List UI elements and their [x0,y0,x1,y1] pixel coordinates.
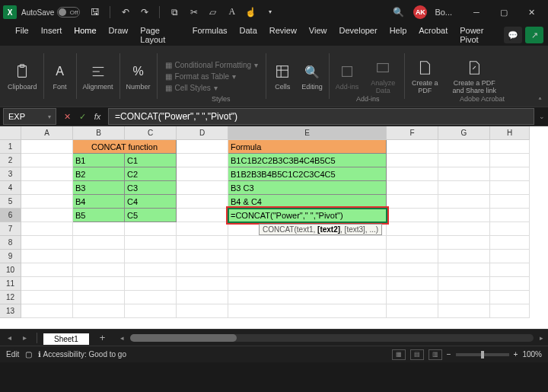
zoom-level[interactable]: 100% [522,350,542,359]
row-header-1[interactable]: 1 [0,140,21,154]
scroll-thumb[interactable] [130,334,237,342]
create-pdf-button[interactable]: Create a PDF [408,56,441,96]
insert-cells-icon[interactable] [272,62,292,81]
row-header-9[interactable]: 9 [0,250,21,263]
cell-G8[interactable] [438,236,490,250]
cell-C2[interactable]: C1 [125,154,177,167]
menu-review[interactable]: Review [263,22,303,48]
cell-D4[interactable] [177,181,228,195]
cell-E3[interactable]: B1B2B3B4B5C1C2C3C4C5 [228,167,387,181]
editing-group[interactable]: 🔍 Editing [298,60,326,92]
cell-F12[interactable] [387,291,438,304]
cell-E12[interactable] [228,291,387,304]
percent-icon[interactable]: % [129,62,148,81]
find-icon[interactable]: 🔍 [302,62,322,81]
cell-G11[interactable] [438,277,490,291]
cell-B9[interactable] [73,250,125,263]
zoom-in-button[interactable]: + [514,350,518,359]
cell-B8[interactable] [73,236,125,250]
accessibility-status[interactable]: ℹ Accessibility: Good to go [38,350,126,359]
cell-B4[interactable]: B3 [73,181,125,195]
menu-formulas[interactable]: Formulas [186,22,234,48]
cell-A5[interactable] [21,195,73,209]
cell-C11[interactable] [125,277,177,291]
cell-D5[interactable] [177,195,228,209]
cell-D2[interactable] [177,154,228,167]
cell-F11[interactable] [387,277,438,291]
expand-formula-bar-icon[interactable]: ⌄ [539,113,548,120]
cell-C4[interactable]: C3 [125,181,177,195]
column-header-A[interactable]: A [21,126,73,140]
cell-B12[interactable] [73,291,125,304]
cell-B3[interactable]: B2 [73,167,125,181]
cell-H3[interactable] [490,167,530,181]
cell-styles-button[interactable]: ▦ Cell Styles ▾ [165,83,259,93]
save-icon[interactable]: 🖫 [89,6,100,18]
cell-C5[interactable]: C4 [125,195,177,209]
cell-H7[interactable] [490,222,530,236]
cell-D1[interactable] [177,140,228,154]
row-header-12[interactable]: 12 [0,291,21,304]
cell-F2[interactable] [387,154,438,167]
toggle-track[interactable]: Off [57,7,80,18]
column-header-D[interactable]: D [177,126,228,140]
horizontal-scrollbar[interactable]: ◂ ▸ [120,333,543,343]
macro-record-icon[interactable]: ▢ [25,350,32,359]
cut-icon[interactable]: ✂ [188,6,199,18]
cell-F3[interactable] [387,167,438,181]
cell-H2[interactable] [490,154,530,167]
cell-B6[interactable]: B5 [73,209,125,222]
cell-G4[interactable] [438,181,490,195]
undo-icon[interactable]: ↶ [119,6,131,18]
font-icon[interactable]: A [226,6,237,18]
cell-B10[interactable] [73,263,125,277]
cell-B13[interactable] [73,304,125,318]
row-header-5[interactable]: 5 [0,195,21,209]
cell-G7[interactable] [438,222,490,236]
comments-button[interactable]: 💬 [504,27,522,43]
cell-C9[interactable] [125,250,177,263]
cell-C12[interactable] [125,291,177,304]
cell-B5[interactable]: B4 [73,195,125,209]
cell-B7[interactable] [73,222,125,236]
cell-A10[interactable] [21,263,73,277]
zoom-out-button[interactable]: − [447,350,451,359]
cell-F8[interactable] [387,236,438,250]
format-as-table-button[interactable]: ▦ Format as Table ▾ [165,72,259,81]
row-header-11[interactable]: 11 [0,277,21,291]
cell-F5[interactable] [387,195,438,209]
menu-home[interactable]: Home [68,22,102,48]
cancel-formula-icon[interactable]: ✕ [61,110,73,123]
menu-developer[interactable]: Developer [333,22,384,48]
cell-A7[interactable] [21,222,73,236]
cell-H12[interactable] [490,291,530,304]
cell-F10[interactable] [387,263,438,277]
menu-data[interactable]: Data [234,22,263,48]
column-header-C[interactable]: C [125,126,177,140]
cell-D12[interactable] [177,291,228,304]
formula-bar-input[interactable]: =CONCAT("Power"," ","Pivot") [108,108,534,125]
number-group[interactable]: % Number [123,60,154,92]
cell-A2[interactable] [21,154,73,167]
tab-nav-next[interactable]: ▸ [18,333,30,342]
cell-A4[interactable] [21,181,73,195]
column-header-G[interactable]: G [438,126,490,140]
cell-B2[interactable]: B1 [73,154,125,167]
copy-icon[interactable]: ⧉ [169,6,180,18]
row-header-2[interactable]: 2 [0,154,21,167]
cell-D7[interactable] [177,222,228,236]
cell-D6[interactable] [177,209,228,222]
cell-C10[interactable] [125,263,177,277]
cell-D3[interactable] [177,167,228,181]
row-header-4[interactable]: 4 [0,181,21,195]
cell-E1[interactable]: Formula [228,140,387,154]
maximize-button[interactable]: ▢ [490,2,518,23]
analyze-data-button[interactable]: Analyze Data [365,56,401,96]
cell-E9[interactable] [228,250,387,263]
cell-B11[interactable] [73,277,125,291]
column-header-H[interactable]: H [490,126,530,140]
menu-file[interactable]: File [9,22,35,48]
cell-F1[interactable] [387,140,438,154]
touch-icon[interactable]: ☝ [245,6,256,18]
cell-G12[interactable] [438,291,490,304]
